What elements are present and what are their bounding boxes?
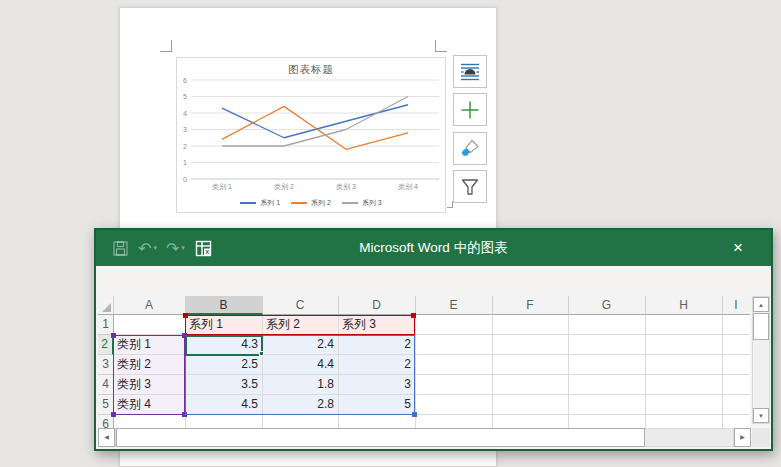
- cell-F1[interactable]: [492, 315, 569, 335]
- col-header-B[interactable]: B: [185, 296, 263, 315]
- cell-H1[interactable]: [645, 315, 723, 335]
- undo-dropdown-icon: ▾: [153, 244, 157, 252]
- cell-D3[interactable]: 2: [338, 355, 416, 375]
- cell-I6[interactable]: [722, 415, 750, 428]
- legend-line-swatch: [240, 202, 256, 204]
- series-range-handle-tl[interactable]: [183, 313, 188, 318]
- cell-G6[interactable]: [568, 415, 646, 428]
- svg-text:类别 2: 类别 2: [274, 183, 294, 191]
- cell-E3[interactable]: [415, 355, 493, 375]
- cell-C1[interactable]: 系列 2: [262, 315, 339, 335]
- save-button[interactable]: [112, 240, 129, 257]
- window-titlebar[interactable]: ↶ ▾ ↷ ▾ x Microsoft Word 中的图表 ×: [96, 230, 771, 266]
- chart-styles-button[interactable]: [453, 132, 487, 165]
- scroll-up-button[interactable]: ▲: [753, 297, 769, 312]
- row-header-2[interactable]: 2: [98, 335, 114, 355]
- cell-G1[interactable]: [568, 315, 646, 335]
- cell-C2[interactable]: 2.4: [262, 335, 339, 355]
- cell-E6[interactable]: [415, 415, 493, 428]
- col-header-G[interactable]: G: [568, 296, 646, 315]
- redo-button[interactable]: ↷ ▾: [166, 239, 185, 258]
- cell-B2[interactable]: 4.3: [185, 335, 263, 355]
- cell-E4[interactable]: [415, 375, 493, 395]
- chart-object[interactable]: 图表标题 0123456类别 1类别 2类别 3类别 4 系列 1系列 2系列 …: [176, 57, 446, 213]
- cell-G5[interactable]: [568, 395, 646, 415]
- chart-elements-button[interactable]: [453, 93, 487, 126]
- cell-A4[interactable]: 类别 3: [113, 375, 186, 395]
- category-range-handle-tl[interactable]: [111, 333, 116, 338]
- category-range-handle-bl[interactable]: [111, 412, 116, 417]
- cell-G2[interactable]: [568, 335, 646, 355]
- col-header-C[interactable]: C: [262, 296, 339, 315]
- cell-E2[interactable]: [415, 335, 493, 355]
- row-header-3[interactable]: 3: [98, 355, 114, 375]
- col-header-D[interactable]: D: [338, 296, 416, 315]
- cell-H4[interactable]: [645, 375, 723, 395]
- scrollbar-corner: [752, 428, 770, 447]
- scroll-left-button[interactable]: ◀: [98, 428, 115, 447]
- cell-I4[interactable]: [722, 375, 750, 395]
- series-range-handle-tr[interactable]: [411, 313, 416, 318]
- cell-I1[interactable]: [722, 315, 750, 335]
- cell-I5[interactable]: [722, 395, 750, 415]
- col-header-F[interactable]: F: [492, 296, 569, 315]
- row-header-4[interactable]: 4: [98, 375, 114, 395]
- cell-H2[interactable]: [645, 335, 723, 355]
- active-cell-fill-handle[interactable]: [259, 351, 264, 356]
- category-range-handle-br[interactable]: [182, 412, 187, 417]
- svg-text:类别 1: 类别 1: [212, 183, 232, 191]
- col-header-I[interactable]: I: [722, 296, 750, 315]
- cell-A2[interactable]: 类别 1: [113, 335, 186, 355]
- cell-C4[interactable]: 1.8: [262, 375, 339, 395]
- undo-icon: ↶: [138, 239, 151, 258]
- cell-E1[interactable]: [415, 315, 493, 335]
- select-all-corner[interactable]: [98, 296, 114, 315]
- cell-C3[interactable]: 4.4: [262, 355, 339, 375]
- cell-F6[interactable]: [492, 415, 569, 428]
- edit-data-in-excel-button[interactable]: x: [194, 239, 213, 258]
- vertical-scrollbar[interactable]: ▲ ▼: [752, 296, 770, 424]
- layout-options-button[interactable]: [453, 55, 487, 88]
- data-range-fill-handle[interactable]: [412, 412, 417, 417]
- col-header-E[interactable]: E: [415, 296, 493, 315]
- cell-F5[interactable]: [492, 395, 569, 415]
- vertical-scroll-thumb[interactable]: [753, 313, 769, 340]
- cell-F2[interactable]: [492, 335, 569, 355]
- cell-D4[interactable]: 3: [338, 375, 416, 395]
- cell-B4[interactable]: 3.5: [185, 375, 263, 395]
- cell-C5[interactable]: 2.8: [262, 395, 339, 415]
- cell-A3[interactable]: 类别 2: [113, 355, 186, 375]
- cell-B5[interactable]: 4.5: [185, 395, 263, 415]
- chart-filters-button[interactable]: [453, 170, 487, 203]
- row-header-1[interactable]: 1: [98, 315, 114, 335]
- scroll-right-button[interactable]: ▶: [734, 428, 751, 447]
- cell-I2[interactable]: [722, 335, 750, 355]
- close-button[interactable]: ×: [727, 238, 749, 258]
- cell-B1[interactable]: 系列 1: [185, 315, 263, 335]
- cell-A1[interactable]: [113, 315, 186, 335]
- cell-H5[interactable]: [645, 395, 723, 415]
- cell-D5[interactable]: 5: [338, 395, 416, 415]
- cell-F4[interactable]: [492, 375, 569, 395]
- cell-G3[interactable]: [568, 355, 646, 375]
- horizontal-scroll-thumb[interactable]: [116, 428, 645, 447]
- scroll-down-button[interactable]: ▼: [753, 408, 769, 423]
- cell-D6[interactable]: [338, 415, 416, 428]
- cell-H3[interactable]: [645, 355, 723, 375]
- cell-B6[interactable]: [185, 415, 263, 428]
- col-header-A[interactable]: A: [113, 296, 186, 315]
- cell-H6[interactable]: [645, 415, 723, 428]
- cell-E5[interactable]: [415, 395, 493, 415]
- cell-G4[interactable]: [568, 375, 646, 395]
- cell-I3[interactable]: [722, 355, 750, 375]
- cell-D2[interactable]: 2: [338, 335, 416, 355]
- cell-A5[interactable]: 类别 4: [113, 395, 186, 415]
- undo-button[interactable]: ↶ ▾: [138, 239, 157, 258]
- cell-B3[interactable]: 2.5: [185, 355, 263, 375]
- cell-C6[interactable]: [262, 415, 339, 428]
- col-header-H[interactable]: H: [645, 296, 723, 315]
- cell-D1[interactable]: 系列 3: [338, 315, 416, 335]
- cell-F3[interactable]: [492, 355, 569, 375]
- category-range-handle-tr[interactable]: [182, 333, 187, 338]
- cell-A6[interactable]: [113, 415, 186, 428]
